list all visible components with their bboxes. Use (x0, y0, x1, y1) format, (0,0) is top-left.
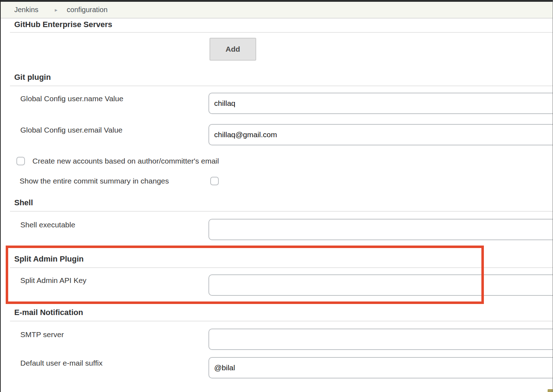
split-admin-api-key-input[interactable] (208, 274, 553, 296)
add-github-server-button[interactable]: Add (210, 38, 256, 61)
breadcrumb: Jenkins ▸ configuration (1, 2, 553, 19)
global-config-user-name-row: Global Config user.name Value (1, 93, 553, 114)
jenkins-configure-page: Jenkins ▸ configuration GitHub Enterpris… (0, 0, 553, 392)
smtp-server-row: SMTP server (1, 329, 553, 350)
chevron-right-icon: ▸ (55, 7, 58, 13)
email-notification-title: E-mail Notification (14, 308, 553, 317)
add-button-row: Add (1, 38, 553, 61)
section-divider (10, 32, 553, 33)
shell-executable-label: Shell executable (20, 221, 75, 229)
smtp-server-label: SMTP server (20, 330, 64, 339)
section-divider (10, 321, 553, 321)
split-admin-api-key-label: Split Admin API Key (20, 276, 87, 285)
cropped-help-icon-fragment (548, 389, 553, 392)
show-commit-summary-row: Show the entire commit summary in change… (1, 177, 553, 185)
shell-executable-row: Shell executable (1, 219, 553, 240)
section-divider (10, 86, 553, 86)
default-email-suffix-label: Default user e-mail suffix (20, 359, 103, 367)
section-divider (10, 267, 553, 268)
split-admin-plugin-title: Split Admin Plugin (14, 254, 553, 264)
global-config-user-name-input[interactable] (208, 93, 553, 114)
default-email-suffix-row: Default user e-mail suffix (1, 357, 553, 378)
breadcrumb-configuration-link[interactable]: configuration (67, 6, 108, 14)
create-accounts-row: Create new accounts based on author/comm… (1, 157, 553, 165)
create-accounts-label: Create new accounts based on author/comm… (32, 157, 219, 165)
global-config-user-email-row: Global Config user.email Value (1, 124, 553, 145)
global-config-user-email-input[interactable] (208, 124, 553, 145)
create-accounts-checkbox[interactable] (16, 157, 25, 165)
shell-title: Shell (14, 198, 553, 207)
default-email-suffix-input[interactable] (208, 357, 553, 378)
show-commit-summary-label: Show the entire commit summary in change… (20, 177, 169, 185)
breadcrumb-jenkins-link[interactable]: Jenkins (14, 6, 38, 14)
section-divider (10, 211, 553, 212)
git-plugin-title: Git plugin (14, 73, 553, 82)
global-config-user-name-label: Global Config user.name Value (20, 94, 123, 103)
split-admin-api-key-row: Split Admin API Key (1, 274, 553, 296)
smtp-server-input[interactable] (208, 329, 553, 350)
github-enterprise-servers-title: GitHub Enterprise Servers (14, 20, 553, 29)
shell-executable-input[interactable] (208, 219, 553, 240)
show-commit-summary-checkbox[interactable] (210, 177, 219, 185)
global-config-user-email-label: Global Config user.email Value (20, 126, 123, 134)
